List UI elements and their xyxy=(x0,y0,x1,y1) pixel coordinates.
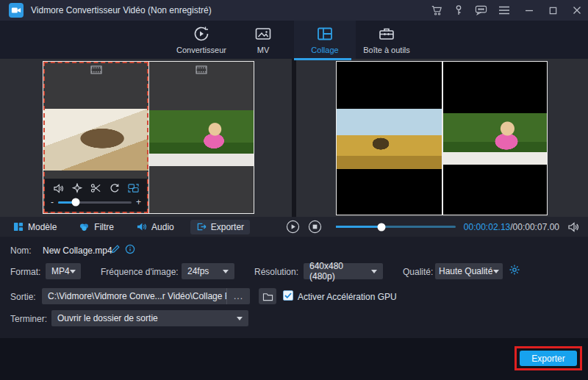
cart-icon[interactable] xyxy=(431,4,442,16)
tab-label: Filtre xyxy=(94,222,114,232)
cat-video-thumbnail[interactable] xyxy=(43,109,148,171)
close-icon[interactable] xyxy=(572,5,582,15)
framerate-label: Fréquence d'image: xyxy=(101,267,179,277)
gpu-checkbox-label[interactable]: Activer Accélération GPU xyxy=(298,292,397,302)
chevron-down-icon xyxy=(223,270,229,273)
collage-cell-2[interactable] xyxy=(148,62,254,213)
info-icon[interactable] xyxy=(125,244,135,254)
tab-collage[interactable]: Collage xyxy=(294,21,356,59)
swap-icon[interactable] xyxy=(128,183,139,193)
time-total: 00:00:07.00 xyxy=(513,222,559,232)
menu-icon[interactable] xyxy=(498,5,510,15)
output-path-field[interactable]: C:\Vidmore\Vidmore Conve...r Vidéo\Colla… xyxy=(42,288,250,304)
mute-icon[interactable] xyxy=(53,184,64,193)
tab-label: Convertisseur xyxy=(176,46,226,54)
mv-icon xyxy=(254,25,272,43)
title-bar: Vidmore Convertisseur Vidéo (Non enregis… xyxy=(0,0,588,21)
minimize-icon[interactable] xyxy=(524,5,534,15)
tab-label: Collage xyxy=(311,46,338,54)
resolution-value: 640x480 (480p) xyxy=(309,261,371,282)
scale-slider[interactable] xyxy=(58,201,132,204)
rename-pencil-icon[interactable] xyxy=(110,244,121,254)
tab-exporter[interactable]: Exporter xyxy=(190,220,250,234)
volume-icon[interactable] xyxy=(567,222,579,232)
seek-bar-thumb[interactable] xyxy=(377,223,385,231)
film-strip-icon xyxy=(196,65,207,74)
template-grid-icon xyxy=(13,222,24,232)
finish-action-dropdown[interactable]: Ouvrir le dossier de sortie xyxy=(51,310,248,326)
scroll-indicator[interactable] xyxy=(294,58,351,60)
stop-button[interactable] xyxy=(308,220,322,234)
time-current: 00:00:02.13 xyxy=(464,222,510,232)
editor-tab-bar: Modèle Filtre Audio Exporter xyxy=(0,217,274,237)
resolution-dropdown[interactable]: 640x480 (480p) xyxy=(304,263,383,279)
seek-bar-fill xyxy=(336,226,381,228)
effect-wand-icon[interactable] xyxy=(72,183,82,193)
tab-audio[interactable]: Audio xyxy=(130,220,180,234)
tab-boite-a-outils[interactable]: Boîte à outils xyxy=(356,21,417,59)
film-strip-icon xyxy=(90,65,102,74)
toolbox-icon xyxy=(378,25,395,43)
tab-label: MV xyxy=(257,46,270,54)
panel-divider xyxy=(292,59,296,217)
toddler-video-thumbnail[interactable] xyxy=(149,110,254,166)
cell-toolbar: - + xyxy=(45,179,147,212)
resolution-label: Résolution: xyxy=(254,267,298,277)
collage-icon xyxy=(316,25,334,43)
export-icon xyxy=(196,222,207,232)
chevron-down-icon xyxy=(371,270,377,273)
trim-scissors-icon[interactable] xyxy=(90,183,101,193)
lower-strip: Modèle Filtre Audio Exporter xyxy=(0,217,588,237)
export-settings: Nom: New Collage.mp4 Format: MP4 Fréquen… xyxy=(0,237,588,338)
zoom-in-label[interactable]: + xyxy=(136,197,141,207)
audio-speaker-icon xyxy=(136,222,147,232)
toddler-video-frame xyxy=(443,113,547,165)
zoom-out-label[interactable]: - xyxy=(51,197,54,207)
rotate-icon[interactable] xyxy=(110,183,120,193)
collage-editor: - + xyxy=(43,61,254,214)
output-label: Sortie: xyxy=(10,292,36,302)
quality-label: Qualité: xyxy=(403,267,433,277)
framerate-dropdown[interactable]: 24fps xyxy=(182,263,234,279)
tab-convertisseur[interactable]: Convertisseur xyxy=(171,21,232,59)
preview-cell-2 xyxy=(442,62,547,215)
tab-label: Audio xyxy=(151,222,174,232)
preview-cell-1 xyxy=(337,62,442,215)
quality-dropdown[interactable]: Haute Qualité xyxy=(435,263,503,279)
converter-icon xyxy=(193,25,210,43)
bottom-bar xyxy=(0,338,588,380)
maximize-icon[interactable] xyxy=(548,6,558,15)
name-label: Nom: xyxy=(10,245,32,256)
name-value: New Collage.mp4 xyxy=(43,245,112,256)
play-button[interactable] xyxy=(286,220,300,234)
gpu-checkbox[interactable] xyxy=(283,290,293,301)
tab-label: Exporter xyxy=(211,222,244,232)
collage-cell-1[interactable]: - + xyxy=(43,62,148,213)
feature-tab-bar: Convertisseur MV Collage Boîte à outils xyxy=(0,21,588,59)
output-path-value: C:\Vidmore\Vidmore Conve...r Vidéo\Colla… xyxy=(42,291,226,301)
tab-mv[interactable]: MV xyxy=(232,21,294,59)
open-folder-button[interactable] xyxy=(259,288,276,304)
format-value: MP4 xyxy=(51,266,70,276)
key-icon[interactable] xyxy=(453,4,464,16)
quality-value: Haute Qualité xyxy=(439,266,492,276)
quality-gear-icon[interactable] xyxy=(509,264,520,276)
window-title: Vidmore Convertisseur Vidéo (Non enregis… xyxy=(31,5,212,15)
camel-video-frame xyxy=(337,109,442,169)
timecode: 00:00:02.13/00:00:07.00 xyxy=(464,222,559,232)
scale-slider-thumb[interactable] xyxy=(71,198,79,207)
tab-label: Modèle xyxy=(28,222,57,232)
format-dropdown[interactable]: MP4 xyxy=(46,263,81,279)
app-logo-icon xyxy=(9,3,24,18)
tab-modele[interactable]: Modèle xyxy=(7,220,62,234)
feedback-icon[interactable] xyxy=(475,4,487,16)
seek-bar[interactable] xyxy=(336,226,456,228)
framerate-value: 24fps xyxy=(187,266,209,276)
format-label: Format: xyxy=(10,267,40,277)
preview-panel xyxy=(336,61,548,215)
playback-controls: 00:00:02.13/00:00:07.00 xyxy=(274,217,588,237)
tab-filtre[interactable]: Filtre xyxy=(73,220,120,234)
browse-dots-button[interactable]: ... xyxy=(226,288,250,304)
filter-cloud-icon xyxy=(79,222,90,232)
annotation-highlight-rectangle xyxy=(514,346,582,370)
